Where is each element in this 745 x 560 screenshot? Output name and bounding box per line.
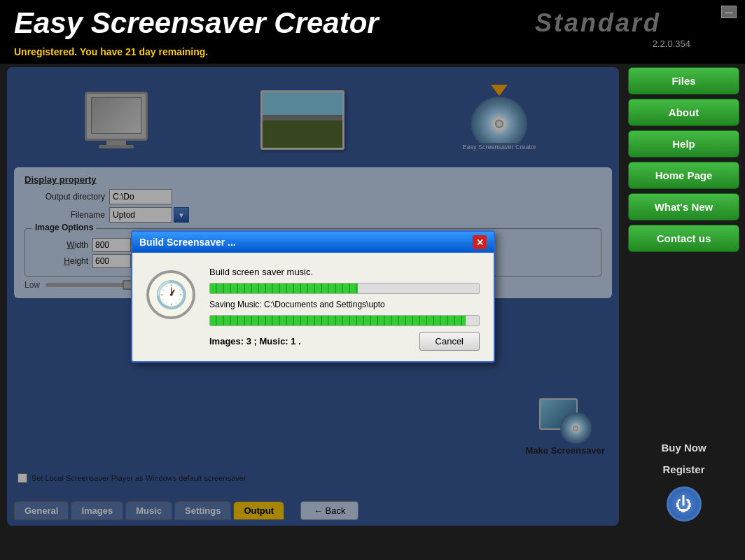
progress-bar-1-fill [210, 284, 358, 293]
edition-label: Standard [535, 8, 661, 38]
app-header: Easy Screensaver Creator Standard 2.2.0.… [0, 0, 745, 43]
sidebar-btn-about[interactable]: About [628, 99, 739, 126]
dialog-saving-text: Saving Music: C:\Documents and Settings\… [209, 300, 480, 309]
dialog-titlebar: Build Screensaver ...✕ [132, 232, 494, 253]
right-sidebar: FilesAboutHelpHome PageWhat's NewContact… [622, 64, 745, 529]
power-button[interactable]: ⏻ [667, 486, 702, 522]
cancel-button[interactable]: Cancel [419, 332, 480, 351]
dialog-info-row: Images: 3 ; Music: 1 .Cancel [209, 332, 480, 351]
progress-bar-2-fill [210, 316, 466, 326]
sidebar-btn-whatsnew[interactable]: What's New [628, 193, 739, 220]
sidebar-btn-help[interactable]: Help [628, 130, 739, 158]
images-music-text: Images: 3 ; Music: 1 . [209, 336, 301, 346]
register-link[interactable]: Register [628, 461, 739, 478]
sidebar-btn-files[interactable]: Files [628, 67, 739, 94]
sidebar-btn-homepage[interactable]: Home Page [628, 162, 739, 189]
unregistered-bar: Unregistered. You have 21 day remaining. [0, 43, 745, 64]
build-dialog: Build Screensaver ...✕🕐Build screen save… [131, 230, 495, 363]
main-panel: Easy Screensaver Creator Display propert… [7, 67, 619, 526]
version-label: 2.2.0.354 [653, 38, 690, 49]
dialog-title: Build Screensaver ... [139, 237, 236, 248]
dialog-close-button[interactable]: ✕ [473, 235, 487, 249]
dialog-overlay: Build Screensaver ...✕🕐Build screen save… [7, 67, 619, 526]
progress-bar-2-container [209, 315, 480, 326]
dialog-body: 🕐Build screen saver music.Saving Music: … [132, 253, 494, 361]
progress-bar-1-container [209, 283, 480, 294]
unregistered-text: Unregistered. You have 21 day remaining. [14, 46, 208, 57]
minimize-button[interactable]: — [721, 6, 737, 18]
buy-now-link[interactable]: Buy Now [628, 439, 739, 456]
sidebar-btn-contactus[interactable]: Contact us [628, 225, 739, 252]
dialog-content: Build screen saver music.Saving Music: C… [209, 267, 480, 351]
dialog-clock-icon: 🕐 [146, 270, 195, 319]
dialog-status-text: Build screen saver music. [209, 267, 480, 277]
